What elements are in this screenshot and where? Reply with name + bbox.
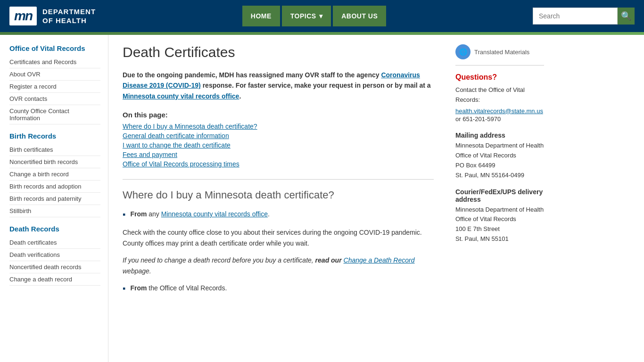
translate-icon: 🌐	[455, 44, 471, 59]
page-title: Death Certificates	[123, 44, 434, 60]
sidebar-item-about-ovr[interactable]: About OVR	[9, 68, 100, 81]
sidebar-item-birth-adoption[interactable]: Birth records and adoption	[9, 181, 100, 193]
county-vital-records-link-bullet[interactable]: Minnesota county vital records office	[161, 210, 268, 218]
sidebar-section-death-records-title: Death Records	[9, 225, 100, 233]
search-input[interactable]	[533, 8, 618, 25]
right-sidebar: 🌐 Translated Materials Questions? Contac…	[448, 35, 552, 362]
translated-label: Translated Materials	[474, 49, 529, 56]
alert-text: Due to the ongoing pandemic, MDH has rea…	[123, 70, 434, 101]
contact-phone: or 651-201-5970	[455, 115, 544, 124]
anchor-link-fees[interactable]: Fees and payment	[123, 151, 434, 158]
page-layout: Office of Vital Records Certificates and…	[0, 35, 644, 362]
county-vital-records-link-alert[interactable]: Minnesota county vital records office	[123, 92, 239, 100]
about-us-nav-button[interactable]: ABOUT US	[333, 6, 386, 26]
topics-nav-button[interactable]: TOPICS ▾	[282, 6, 331, 26]
chevron-down-icon: ▾	[319, 12, 323, 20]
change-record-notice: If you need to change a death record bef…	[123, 255, 434, 276]
search-button[interactable]: 🔍	[618, 8, 635, 25]
alert-box: Due to the ongoing pandemic, MDH has rea…	[123, 70, 434, 101]
bullet-content-1: From any Minnesota county vital records …	[130, 209, 269, 219]
bullet-marker-2: ▪	[123, 283, 125, 295]
questions-section: Questions? Contact the Office of Vital R…	[455, 73, 544, 124]
main-content: Death Certificates Due to the ongoing pa…	[108, 35, 448, 362]
anchor-link-general-info[interactable]: General death certificate information	[123, 132, 434, 140]
courier-address-title: Courier/FedEx/UPS delivery address	[455, 188, 544, 203]
sidebar-section-vital-records-title: Office of Vital Records	[9, 44, 100, 52]
mailing-address-section: Mailing address Minnesota Department of …	[455, 132, 544, 180]
logo-text: DEPARTMENT OF HEALTH	[42, 7, 96, 25]
on-this-page-title: On this page:	[123, 111, 434, 119]
main-nav: HOME TOPICS ▾ ABOUT US	[242, 6, 387, 26]
sidebar-item-death-verifications[interactable]: Death verifications	[9, 249, 100, 261]
left-sidebar: Office of Vital Records Certificates and…	[0, 35, 108, 362]
county-check-text: Check with the county office close to yo…	[123, 227, 434, 248]
contact-text: Contact the Office of Vital Records:	[455, 85, 544, 105]
sidebar-item-birth-paternity[interactable]: Birth records and paternity	[9, 193, 100, 205]
sidebar-item-county-contact[interactable]: County Office Contact Information	[9, 105, 100, 124]
sidebar-item-ovr-contacts[interactable]: OVR contacts	[9, 93, 100, 105]
section-divider	[123, 179, 434, 180]
change-death-record-link[interactable]: Change a Death Record	[344, 256, 415, 264]
sidebar-item-noncertified-birth[interactable]: Noncertified birth records	[9, 156, 100, 168]
courier-address-section: Courier/FedEx/UPS delivery address Minne…	[455, 188, 544, 244]
contact-email[interactable]: health.vitalrecords@state.mn.us	[455, 107, 543, 115]
bullet-marker-1: ▪	[123, 209, 125, 221]
on-this-page-section: On this page: Where do I buy a Minnesota…	[123, 111, 434, 168]
sidebar-section-birth-records-title: Birth Records	[9, 132, 100, 140]
home-nav-button[interactable]: HOME	[242, 6, 280, 26]
mailing-address-title: Mailing address	[455, 132, 544, 139]
sidebar-item-noncertified-death[interactable]: Noncertified death records	[9, 261, 100, 273]
anchor-link-where-buy[interactable]: Where do I buy a Minnesota death certifi…	[123, 123, 434, 130]
logo: mn DEPARTMENT OF HEALTH	[9, 7, 96, 25]
globe-icon: 🌐	[459, 48, 467, 56]
search-icon: 🔍	[621, 11, 631, 21]
translated-materials-box: 🌐 Translated Materials	[455, 44, 544, 66]
bullet-content-2: From the Office of Vital Records.	[130, 283, 227, 293]
sidebar-item-stillbirth[interactable]: Stillbirth	[9, 205, 100, 217]
sidebar-item-certificates-records[interactable]: Certificates and Records	[9, 56, 100, 68]
search-container: 🔍	[533, 8, 635, 25]
sidebar-item-birth-certificates[interactable]: Birth certificates	[9, 144, 100, 156]
sidebar-item-register-record[interactable]: Register a record	[9, 81, 100, 93]
anchor-link-processing-times[interactable]: Office of Vital Records processing times	[123, 160, 434, 168]
logo-icon: mn	[9, 7, 37, 25]
courier-address-text: Minnesota Department of Health Office of…	[455, 205, 544, 244]
sidebar-item-change-death[interactable]: Change a death record	[9, 273, 100, 286]
questions-title: Questions?	[455, 73, 544, 82]
site-header: mn DEPARTMENT OF HEALTH HOME TOPICS ▾ AB…	[0, 0, 644, 32]
anchor-link-change-cert[interactable]: I want to change the death certificate	[123, 141, 434, 149]
bullet-item-county: ▪ From any Minnesota county vital record…	[123, 209, 434, 221]
bullet-item-ovr: ▪ From the Office of Vital Records.	[123, 283, 434, 295]
sidebar-item-change-birth[interactable]: Change a birth record	[9, 168, 100, 181]
section-heading-where-buy: Where do I buy a Minnesota death certifi…	[123, 189, 434, 201]
sidebar-item-death-certificates[interactable]: Death certificates	[9, 237, 100, 249]
mailing-address-text: Minnesota Department of Health Office of…	[455, 141, 544, 180]
